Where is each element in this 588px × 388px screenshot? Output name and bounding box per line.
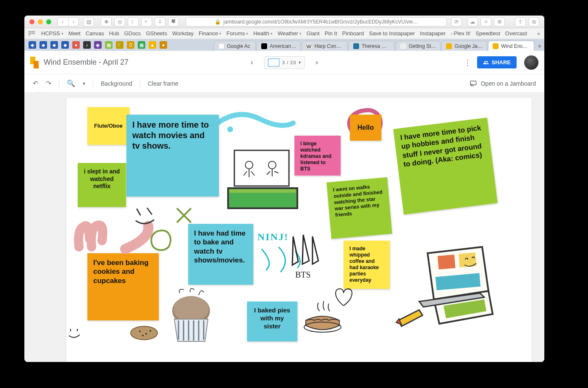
bookmark[interactable]: Finance▾	[199, 30, 221, 37]
doodle-face	[66, 325, 83, 341]
more-menu-button[interactable]: ⋮	[464, 58, 471, 67]
browser-tab[interactable]: Theresa H…	[349, 41, 395, 51]
share-icon[interactable]: ⇪	[515, 17, 526, 26]
pinned-tab[interactable]: ▦	[105, 41, 113, 49]
maximize-icon[interactable]	[46, 19, 51, 24]
minimize-icon[interactable]	[38, 19, 43, 24]
bookmark[interactable]: Canvas	[86, 30, 104, 37]
frame-selector[interactable]: 3 / 20 ▾	[264, 56, 305, 69]
pinned-tab[interactable]: ◆	[61, 41, 69, 49]
bookmark[interactable]: GDocs	[124, 30, 141, 37]
pinned-tab[interactable]: ◉	[94, 41, 102, 49]
browser-tab[interactable]: WHarp Conc…	[302, 41, 348, 51]
avatar[interactable]	[524, 55, 538, 70]
tabs-icon[interactable]: ⧉	[528, 17, 539, 26]
prev-frame-button[interactable]: ‹	[246, 56, 258, 69]
browser-tab[interactable]: Google Ac	[214, 41, 256, 51]
cloud-icon[interactable]: ☁	[467, 17, 478, 26]
pinned-tabs: ◆ ◆ ◆ ◆ ● ♪ ◉ ▦ ☾ 🗒 ▦ ▲ ●	[27, 39, 169, 51]
pinned-tab[interactable]: ◆	[39, 41, 47, 49]
pinned-tab[interactable]: ◆	[50, 41, 58, 49]
bookmark[interactable]: Forums▾	[226, 30, 248, 37]
nav-back-forward: ‹ ›	[57, 17, 79, 26]
doodle-cookie	[129, 325, 159, 341]
sticky-note[interactable]: Flute/Oboe	[87, 107, 129, 145]
pinned-tab[interactable]: ◆	[29, 41, 36, 49]
next-frame-button[interactable]: ›	[310, 56, 323, 69]
browser-tab[interactable]: American…	[257, 41, 301, 51]
ext-icon[interactable]: ❖	[101, 17, 112, 26]
bookmark[interactable]: Health▾	[253, 30, 273, 37]
pinned-tab[interactable]: 🗒	[127, 41, 134, 49]
ext-icon[interactable]: ☾	[128, 17, 139, 26]
bookmark[interactable]: Speedtest	[475, 30, 500, 37]
back-button[interactable]: ‹	[57, 17, 68, 26]
ext-icon[interactable]: ⇩	[155, 17, 165, 26]
bookmark[interactable]: Giant	[307, 30, 320, 37]
browser-tab[interactable]: Getting St…	[396, 41, 441, 51]
svg-point-13	[150, 330, 151, 332]
apps-icon[interactable]	[29, 31, 36, 36]
svg-point-10	[131, 326, 158, 340]
settings-icon[interactable]: ⚙	[494, 17, 505, 26]
bookmark[interactable]: Save to Instapaper	[369, 30, 415, 37]
jamboard-canvas[interactable]: Flute/Oboe I have more time to watch mov…	[66, 98, 532, 362]
clear-frame-button[interactable]: Clear frame	[148, 80, 178, 87]
bookmark[interactable]: Workday	[172, 30, 194, 37]
sticky-note[interactable]: I baked pies with my sister	[247, 301, 297, 341]
doodle-jamboard	[394, 236, 503, 341]
sticky-note[interactable]: I made whipped coffee and had karaoke pa…	[344, 241, 390, 289]
redo-button[interactable]: ↷	[46, 79, 51, 87]
bookmark[interactable]: GSheets	[146, 30, 167, 37]
bookmark[interactable]: ›Plex It!	[451, 30, 470, 37]
url-bar[interactable]: 🔒 jamboard.google.com/d/1O9bcfwXMr3Y5ER4…	[186, 17, 447, 26]
undo-button[interactable]: ↶	[33, 79, 38, 87]
pinned-tab[interactable]: ▲	[149, 41, 156, 49]
reload-button[interactable]: ⟳	[451, 17, 462, 26]
jamboard-logo-icon[interactable]	[30, 57, 39, 68]
bookmarks-overflow[interactable]: »	[537, 30, 540, 37]
sticky-note[interactable]: I have more time to pick up hobbies and …	[393, 118, 497, 215]
ext-icon[interactable]: ᯤ	[141, 17, 152, 26]
new-tab-button[interactable]: +	[535, 42, 544, 51]
bookmarks-bar: HCPSS▾ Meet Canvas Hub GDocs GSheets Wor…	[24, 28, 544, 39]
pinned-tab[interactable]: ♪	[83, 41, 91, 49]
zoom-in-button[interactable]: 🔍	[67, 79, 75, 87]
bookmark-icon[interactable]: ✧	[480, 17, 491, 26]
ext-icon[interactable]: ⛊	[168, 17, 179, 26]
forward-button[interactable]: ›	[68, 17, 79, 26]
pinned-tab[interactable]: ☾	[116, 41, 123, 49]
open-on-jamboard-button[interactable]: Open on a Jamboard	[470, 80, 536, 87]
background-button[interactable]: Background	[101, 80, 132, 87]
bookmark[interactable]: Instapaper	[420, 30, 446, 37]
doodle-x	[173, 205, 194, 226]
sticky-note[interactable]: Hello	[350, 115, 381, 141]
pinned-tab[interactable]: ▦	[138, 41, 145, 49]
bookmark[interactable]: Weather▾	[278, 30, 302, 37]
browser-tab-active[interactable]: Wind Ense…	[488, 41, 534, 51]
share-icon	[483, 60, 489, 66]
sticky-note[interactable]: I have had time to bake and watch tv sho…	[188, 224, 253, 285]
pinned-tab[interactable]: ●	[160, 41, 167, 49]
ext-icon[interactable]: ◎	[114, 17, 125, 26]
url-text: jamboard.google.com/d/1O9bcfwXMr3Y5ER4b1…	[223, 19, 418, 25]
close-icon[interactable]	[29, 19, 34, 24]
sidebar-toggle-button[interactable]: ▤	[83, 17, 94, 26]
zoom-menu-button[interactable]: ▾	[83, 81, 85, 87]
sticky-note[interactable]: i slept in and watched netflix	[78, 163, 126, 207]
sticky-note[interactable]: I've been baking cookies and cupcakes	[87, 253, 159, 320]
bookmark[interactable]: HCPSS▾	[41, 30, 63, 37]
bookmark[interactable]: Hub	[109, 30, 119, 37]
bookmark[interactable]: Pin It	[325, 30, 337, 37]
pinned-tab[interactable]: ●	[72, 41, 80, 49]
sticky-note[interactable]: I went on walks outside and finished wat…	[326, 177, 392, 239]
document-title[interactable]: Wind Ensemble - April 27	[44, 58, 129, 67]
bookmark[interactable]: Meet	[68, 30, 81, 37]
share-button[interactable]: SHARE	[477, 56, 517, 68]
bookmark[interactable]: Overcast	[505, 30, 527, 37]
svg-rect-16	[438, 254, 456, 269]
browser-tab[interactable]: Google Ja…	[441, 41, 487, 51]
doodle-circle	[148, 228, 173, 253]
bookmark[interactable]: Pinboard	[342, 30, 364, 37]
sticky-note[interactable]: I have more time to watch movies and tv …	[126, 115, 219, 197]
